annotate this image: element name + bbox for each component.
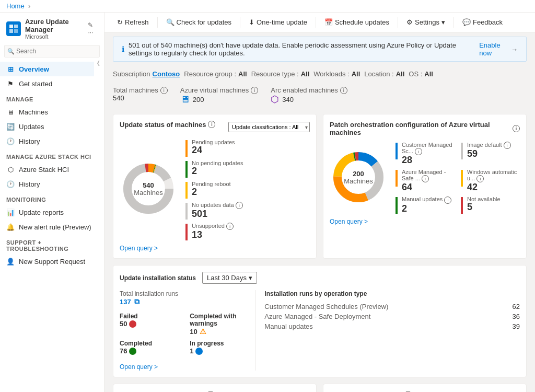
patch-config-open-query[interactable]: Open query >: [330, 218, 368, 225]
sidebar-search-container: 🔍 《: [0, 43, 104, 60]
install-status-card: Update installation status Last 30 Days …: [113, 265, 527, 377]
warning-icon: ⚠: [200, 327, 206, 336]
no-data-info-icon[interactable]: i: [236, 202, 243, 209]
sidebar-item-updates[interactable]: 🔄 Updates: [0, 119, 104, 134]
sidebar-item-label: Updates: [19, 123, 44, 131]
op-type-manual: Manual updates 39: [264, 321, 520, 331]
azure-vm-value: 200: [193, 96, 204, 104]
cards-row-1: Update status of machines i Update class…: [113, 114, 527, 259]
legend-pending-reboot: Pending reboot 2: [185, 181, 243, 199]
sidebar-item-label: History: [19, 180, 40, 188]
enable-now-link[interactable]: Enable now: [479, 41, 507, 57]
breadcrumb: Home ›: [0, 0, 535, 13]
install-open-query[interactable]: Open query >: [120, 363, 247, 371]
sidebar-item-overview[interactable]: ⊞ Overview: [0, 62, 94, 76]
azure-vm-info-icon[interactable]: i: [251, 87, 258, 94]
sidebar-item-new-alert[interactable]: 🔔 New alert rule (Preview): [0, 220, 104, 234]
filter-location[interactable]: Location : All: [364, 70, 404, 78]
app-subtitle: Microsoft: [25, 33, 84, 40]
time-filter[interactable]: Last 30 Days ▾: [202, 272, 257, 284]
metric-total-machines: Total machines i 540: [113, 86, 168, 102]
total-machines-info-icon[interactable]: i: [160, 87, 168, 94]
stat-failed: Failed 50: [120, 313, 177, 336]
update-status-open-query[interactable]: Open query >: [120, 245, 158, 252]
server-icon: 🖥: [6, 108, 15, 116]
install-status-title: Update installation status: [120, 274, 196, 282]
filter-os[interactable]: OS : All: [409, 70, 433, 78]
sidebar-item-label: Overview: [19, 65, 49, 73]
one-time-update-button[interactable]: ⬇ One-time update: [245, 16, 311, 29]
install-total-value: 137: [120, 298, 131, 306]
svg-rect-0: [9, 25, 13, 28]
arc-info-icon[interactable]: i: [340, 87, 347, 94]
patch-config-info-icon[interactable]: i: [513, 125, 520, 132]
copy-icon[interactable]: ⧉: [134, 297, 139, 306]
arc-value: 340: [282, 96, 294, 104]
sidebar-item-update-reports[interactable]: 📊 Update reports: [0, 205, 104, 220]
legend-unsupported: Unsupported i 13: [185, 223, 243, 240]
toolbar-divider3: [316, 17, 316, 28]
history-icon: 🕐: [6, 137, 15, 145]
sidebar-item-azure-stack-hci[interactable]: ⬡ Azure Stack HCI: [0, 162, 104, 177]
install-stats: Failed 50 Completed with warnings: [120, 313, 247, 355]
classify-select[interactable]: Update classifications : All: [228, 122, 310, 132]
app-logo-icon: [9, 24, 18, 33]
legend-pending-updates: Pending updates 24: [185, 139, 243, 157]
legend-customer-managed: Customer Managed Sc... i 28: [396, 142, 455, 166]
svg-text:Machines: Machines: [344, 177, 373, 185]
sidebar-item-history2[interactable]: 🕐 History: [0, 177, 104, 191]
legend-bar-pending: [185, 140, 188, 157]
filter-subscription[interactable]: Subscription Contoso: [113, 70, 180, 78]
sidebar-item-history[interactable]: 🕐 History: [0, 134, 104, 148]
filter-resource-type[interactable]: Resource type : All: [251, 70, 310, 78]
legend-bar-no-pending: [185, 161, 188, 178]
update-icon: 🔄: [6, 122, 15, 131]
legend-azure-managed: Azure Managed - Safe ... i 64: [396, 169, 455, 193]
sidebar-item-new-support[interactable]: 👤 New Support Request: [0, 254, 104, 269]
refresh-icon: ↻: [117, 18, 123, 26]
edit-icon[interactable]: ✎ ···: [88, 21, 98, 36]
sidebar-item-machines[interactable]: 🖥 Machines: [0, 105, 104, 119]
feedback-button[interactable]: 💬 Feedback: [458, 16, 507, 29]
stat-in-progress: In progress 1: [190, 340, 247, 355]
breadcrumb-home[interactable]: Home: [6, 2, 25, 10]
unsupported-info-icon[interactable]: i: [226, 223, 234, 230]
filter-resource-group[interactable]: Resource group : All: [184, 70, 247, 78]
metric-arc-machines: Arc enabled machines i ⬡ 340: [271, 86, 347, 106]
legend-image-default: Image default i 59: [461, 142, 520, 166]
donut-center-label: Machines: [134, 189, 163, 197]
update-status-info-icon[interactable]: i: [208, 121, 215, 128]
metric-azure-vms: Azure virtual machines i 🖥 200: [180, 86, 259, 106]
toolbar-divider4: [398, 17, 398, 28]
sidebar-item-label: Update reports: [19, 209, 64, 216]
total-machines-value: 540: [113, 94, 124, 102]
svg-rect-3: [14, 29, 18, 33]
op-type-section: Installation runs by operation type Cust…: [264, 290, 520, 371]
update-status-legend: Pending updates 24 No pending updates 2: [185, 139, 243, 241]
settings-icon: ⚙: [406, 18, 413, 26]
svg-text:200: 200: [353, 170, 364, 178]
patch-config-donut: 200 Machines: [330, 148, 387, 207]
sidebar-item-get-started[interactable]: ⚑ Get started: [0, 76, 104, 91]
classify-select-wrapper[interactable]: Update classifications : All: [228, 122, 310, 132]
legend-no-pending: No pending updates 2: [185, 160, 243, 178]
update-status-donut: 540 Machines: [120, 160, 177, 219]
calendar-icon: 📅: [324, 18, 333, 26]
filter-workloads[interactable]: Workloads : All: [313, 70, 360, 78]
grid-icon: ⊞: [6, 65, 15, 73]
history2-icon: 🕐: [6, 180, 15, 188]
search-input[interactable]: [4, 45, 100, 57]
pending-windows-card: Pending windows updates i: [113, 384, 317, 392]
sidebar-item-label: Azure Stack HCI: [19, 166, 69, 174]
toolbar-divider2: [240, 17, 240, 28]
bell-icon: 🔔: [6, 223, 15, 231]
schedule-updates-button[interactable]: 📅 Schedule updates: [320, 16, 393, 29]
refresh-button[interactable]: ↻ Refresh: [113, 16, 153, 29]
check-updates-button[interactable]: 🔍 Check for updates: [162, 16, 236, 29]
collapse-button[interactable]: 《: [94, 60, 100, 67]
alert-icon: ℹ: [122, 45, 124, 53]
legend-no-data: No updates data i 501: [185, 202, 243, 220]
toolbar-divider: [157, 17, 158, 28]
svg-rect-1: [14, 25, 18, 28]
settings-button[interactable]: ⚙ Settings ▾: [402, 16, 449, 29]
